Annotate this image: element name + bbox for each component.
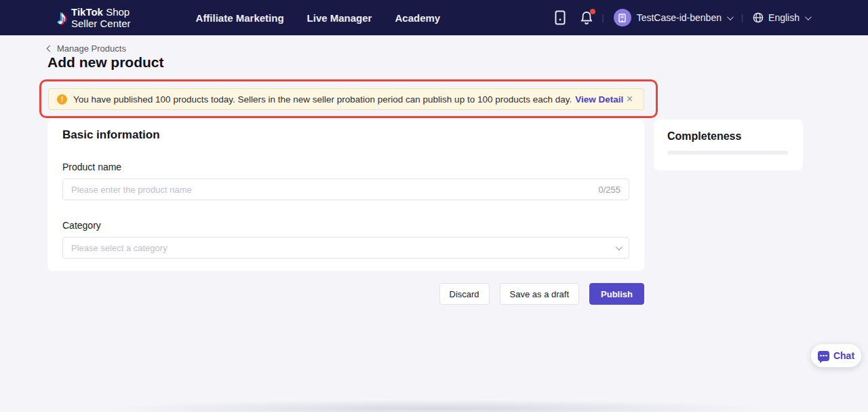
basic-information-card: Basic information Product name 0/255 Cat… <box>47 119 644 271</box>
tiktok-note-icon: ♪ <box>57 7 67 28</box>
header-right-group: | TestCase-id-benben | English <box>555 9 810 26</box>
account-chevron-down-icon[interactable] <box>727 14 734 20</box>
notification-bell-icon[interactable] <box>580 11 593 24</box>
discard-button[interactable]: Discard <box>439 283 490 305</box>
completeness-progress-bar <box>667 151 788 155</box>
warning-icon: ! <box>57 94 67 105</box>
alert-message: You have published 100 products today. S… <box>73 94 572 105</box>
logo-text: TikTok Shop Seller Center <box>71 6 131 30</box>
category-chevron-down-icon <box>616 244 623 250</box>
logo-line1-bold: TikTok <box>71 6 103 18</box>
category-placeholder: Please select a category <box>71 243 616 253</box>
page-title: Add new product <box>47 54 164 71</box>
form-actions: Discard Save as a draft Publish <box>468 283 644 305</box>
section-title: Basic information <box>62 128 629 142</box>
nav-live-manager[interactable]: Live Manager <box>307 12 372 24</box>
language-chevron-down-icon <box>805 14 812 20</box>
chat-label: Chat <box>833 350 854 361</box>
header-divider-2: | <box>741 13 743 22</box>
save-draft-button[interactable]: Save as a draft <box>500 283 579 305</box>
category-select[interactable]: Please select a category <box>62 237 629 259</box>
product-name-label: Product name <box>62 162 629 172</box>
breadcrumb[interactable]: Manage Products <box>47 43 126 54</box>
mobile-app-icon[interactable] <box>555 10 566 25</box>
top-navbar: ♪ TikTok Shop Seller Center Affiliate Ma… <box>0 0 868 35</box>
nav-academy[interactable]: Academy <box>395 12 440 24</box>
header-divider: | <box>602 13 604 22</box>
notification-badge <box>590 9 595 14</box>
product-name-input[interactable] <box>71 185 591 195</box>
language-label: English <box>768 12 800 23</box>
publish-limit-alert: ! You have published 100 products today.… <box>48 88 644 110</box>
chat-button[interactable]: Chat <box>811 344 861 367</box>
language-switcher[interactable]: English <box>753 12 810 23</box>
completeness-panel: Completeness <box>654 119 803 170</box>
tiktok-shop-logo[interactable]: ♪ TikTok Shop Seller Center <box>57 6 131 30</box>
logo-line1-regular: Shop <box>103 6 130 18</box>
completeness-title: Completeness <box>667 130 789 143</box>
char-counter: 0/255 <box>598 185 620 195</box>
avatar[interactable] <box>614 9 631 26</box>
nav-affiliate-marketing[interactable]: Affiliate Marketing <box>196 12 284 24</box>
globe-icon <box>753 12 764 23</box>
bottom-shadow <box>108 400 766 412</box>
breadcrumb-label: Manage Products <box>57 43 126 54</box>
logo-line2: Seller Center <box>71 18 131 29</box>
product-name-field-wrap: 0/255 <box>62 179 629 200</box>
account-name[interactable]: TestCase-id-benben <box>637 12 722 23</box>
chat-bubble-icon <box>818 351 829 361</box>
publish-button[interactable]: Publish <box>589 283 644 305</box>
view-detail-link[interactable]: View Detail <box>575 94 623 105</box>
alert-close-icon[interactable]: × <box>624 92 635 106</box>
main-nav: Affiliate Marketing Live Manager Academy <box>196 12 441 24</box>
back-chevron-icon <box>47 45 54 52</box>
category-label: Category <box>62 220 629 231</box>
